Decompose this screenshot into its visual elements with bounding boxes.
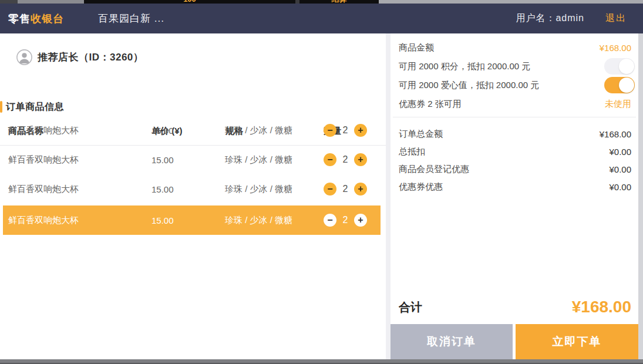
coupon-label: 优惠券 2 张可用 [399, 99, 462, 110]
summary-row: 优惠券优惠 ¥0.00 [390, 178, 638, 196]
product-spec: 珍珠 / 少冰 / 微糖 [225, 184, 292, 195]
increase-button[interactable]: + [354, 183, 367, 196]
decrease-button[interactable]: − [324, 153, 336, 166]
product-spec: 珍珠 / 少冰 / 微糖 [225, 215, 292, 226]
quantity-value: 2 [336, 154, 354, 165]
quantity-stepper: − 2 + [324, 174, 367, 204]
increase-button[interactable]: + [354, 124, 367, 137]
grand-total-value: ¥168.00 [572, 298, 631, 316]
submit-order-button[interactable]: 立即下单 [516, 324, 638, 359]
background-right-edge [638, 33, 643, 359]
summary-row: 总抵扣 ¥0.00 [390, 143, 638, 160]
quantity-stepper: − 2 + [324, 205, 367, 235]
app-title-prefix: 零售 [8, 13, 31, 25]
summary-label: 商品金额 [399, 42, 434, 53]
product-spec: 珍珠 / 少冰 / 微糖 [225, 125, 292, 136]
product-name: 鲜百香双响炮大杯 [8, 184, 79, 195]
section-header: 订单商品信息 [0, 100, 64, 113]
product-name: 鲜百香双响炮大杯 [8, 125, 79, 136]
love-value-toggle[interactable] [604, 77, 635, 93]
product-name: 鲜百香双响炮大杯 [8, 215, 79, 226]
app-title: 零售收银台 [8, 12, 64, 26]
table-row[interactable]: 鲜百香双响炮大杯 15.00 珍珠 / 少冰 / 微糖 − 2 + [3, 174, 381, 204]
summary-row: 商品会员登记优惠 ¥0.00 [390, 160, 638, 178]
recommender-label: 推荐店长（ID：3260） [38, 50, 143, 64]
summary-row: 订单总金额 ¥168.00 [390, 125, 638, 143]
summary-divider [393, 117, 636, 117]
table-row[interactable]: 鲜百香双响炮大杯 15.00 珍珠 / 少冰 / 微糖 − 2 + [3, 145, 381, 174]
increase-button[interactable]: + [354, 214, 367, 227]
deduction-value: ¥0.00 [609, 147, 631, 157]
member-discount-value: ¥0.00 [609, 164, 631, 174]
section-accent-bar [0, 101, 2, 113]
order-summary-panel: 商品金额 ¥168.00 可用 2000 积分，抵扣 2000.00 元 可用 … [390, 33, 638, 359]
username-label: 用户名：admin [516, 12, 584, 25]
action-buttons: 取消订单 立即下单 [390, 324, 638, 359]
points-toggle[interactable] [604, 58, 635, 75]
increase-button[interactable]: + [354, 153, 367, 166]
table-row-selected[interactable]: 鲜百香双响炮大杯 15.00 珍珠 / 少冰 / 微糖 − 2 + [3, 205, 381, 235]
summary-row: 可用 2000 爱心值，抵扣 2000.00 元 [390, 76, 638, 95]
coupon-status-link[interactable]: 未使用 [605, 99, 631, 110]
top-bar: 零售收银台 百果园白新 ... 用户名：admin 退出 [0, 4, 643, 33]
top-bar-right: 用户名：admin 退出 [516, 12, 643, 25]
points-label: 可用 2000 积分，抵扣 2000.00 元 [399, 61, 530, 72]
decrease-button[interactable]: − [324, 124, 336, 137]
avatar-icon [16, 49, 32, 65]
app-title-suffix: 收银台 [31, 13, 64, 25]
quantity-value: 2 [336, 125, 354, 136]
deduction-label: 总抵扣 [399, 146, 425, 157]
background-bottom-edge [0, 359, 643, 364]
grand-total-label: 合计 [399, 299, 422, 315]
product-price: 15.00 [152, 184, 174, 194]
quantity-value: 2 [336, 215, 354, 225]
coupon-discount-value: ¥0.00 [609, 182, 631, 192]
order-items-panel: 推荐店长（ID：3260） 订单商品信息 商品名称 单价 (¥) 规格 数量 鲜… [0, 33, 386, 359]
coupon-discount-label: 优惠券优惠 [399, 181, 443, 193]
store-name: 百果园白新 ... [98, 12, 164, 25]
toggle-knob [619, 59, 634, 74]
love-value-label: 可用 2000 爱心值，抵扣 2000.00 元 [399, 80, 539, 91]
product-spec: 珍珠 / 少冰 / 微糖 [225, 154, 292, 166]
section-title: 订单商品信息 [6, 101, 64, 113]
order-total-value: ¥168.00 [600, 129, 631, 139]
logout-button[interactable]: 退出 [605, 12, 627, 25]
toggle-knob [619, 77, 634, 93]
summary-row: 优惠券 2 张可用 未使用 [390, 95, 638, 113]
recommender-row: 推荐店长（ID：3260） [16, 49, 143, 65]
summary-row: 商品金额 ¥168.00 [390, 38, 638, 57]
order-total-label: 订单总金额 [399, 129, 443, 140]
quantity-value: 2 [336, 184, 354, 194]
decrease-button[interactable]: − [324, 183, 336, 196]
decrease-button[interactable]: − [324, 214, 336, 227]
product-price: 15.00 [152, 126, 174, 136]
quantity-stepper: − 2 + [324, 116, 367, 145]
product-name: 鲜百香双响炮大杯 [8, 154, 79, 166]
grand-total-row: 合计 ¥168.00 [390, 292, 638, 322]
quantity-stepper: − 2 + [324, 145, 367, 174]
product-price: 15.00 [152, 155, 174, 165]
product-price: 15.00 [152, 215, 174, 225]
summary-row: 可用 2000 积分，抵扣 2000.00 元 [390, 57, 638, 76]
goods-amount-value: ¥168.00 [600, 43, 631, 53]
cancel-order-button[interactable]: 取消订单 [390, 324, 513, 359]
member-discount-label: 商品会员登记优惠 [399, 164, 469, 175]
table-row[interactable]: 鲜百香双响炮大杯 15.00 珍珠 / 少冰 / 微糖 − 2 + [3, 116, 381, 145]
